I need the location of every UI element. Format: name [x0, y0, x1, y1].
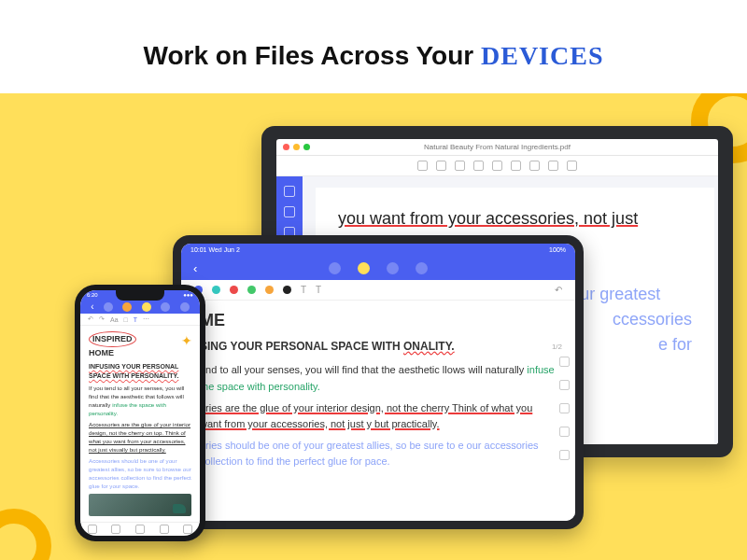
- more-icon[interactable]: ⋯: [143, 315, 149, 323]
- lightbulb-icon: ✦: [181, 331, 192, 350]
- decorative-circle: [0, 509, 51, 560]
- side-tool-icon[interactable]: [559, 380, 570, 390]
- phone-notch: [116, 290, 164, 301]
- status-battery: 100%: [549, 246, 566, 253]
- nav-icon[interactable]: [160, 525, 169, 534]
- headline-main: Work on Files Across Your: [144, 41, 482, 70]
- header-tool-icon[interactable]: [142, 302, 151, 312]
- back-icon[interactable]: ‹: [193, 261, 197, 275]
- phone-app: 6:20 ●●● ‹ ↶ ↷ Aa □ T ⋯ ✦ INSPIRED HOME …: [80, 290, 200, 536]
- phone-bottom-nav: [80, 522, 200, 536]
- status-time: 10:01 Wed Jun 2: [190, 246, 240, 253]
- header-tool-icon[interactable]: [416, 262, 428, 274]
- tablet-side-tools: [559, 357, 570, 460]
- header-tool-icon[interactable]: [358, 262, 370, 274]
- tool-icon[interactable]: [567, 161, 577, 171]
- nav-icon[interactable]: [111, 525, 120, 534]
- tablet-device-frame: 10:01 Wed Jun 2 100% ‹ T T ↶ 1/2: [173, 235, 584, 529]
- nav-icon[interactable]: [135, 525, 145, 534]
- format-icon[interactable]: □: [124, 316, 128, 323]
- color-swatch[interactable]: [212, 286, 220, 294]
- phone-document[interactable]: ✦ INSPIRED HOME INFUSING YOUR PERSONAL S…: [80, 326, 200, 522]
- format-icon[interactable]: Aa: [110, 316, 119, 323]
- header-tool-icon[interactable]: [387, 262, 399, 274]
- tool-icon[interactable]: [492, 161, 502, 171]
- header-tool-icon[interactable]: [329, 262, 341, 274]
- doc-paragraph-underlined: ories are the glue of your interior desi…: [200, 400, 557, 432]
- phone-format-toolbar: ↶ ↷ Aa □ T ⋯: [80, 314, 200, 325]
- doc-heading: HOME: [89, 347, 191, 359]
- tablet-header: ‹: [181, 256, 575, 280]
- tool-icon[interactable]: [417, 161, 428, 171]
- doc-subheading: INFUSING YOUR PERSONAL SPACE WITH PERSON…: [89, 362, 191, 381]
- text-tool-icon[interactable]: T: [301, 285, 306, 295]
- headline-accent: DEVICES: [481, 41, 603, 70]
- color-swatch[interactable]: [265, 286, 274, 294]
- side-tool-icon[interactable]: [559, 450, 570, 460]
- tablet-format-toolbar: T T ↶: [181, 280, 575, 301]
- tool-icon[interactable]: [473, 161, 484, 171]
- side-tool-icon[interactable]: [559, 357, 570, 367]
- document-title: Natural Beauty From Natural Ingredients.…: [276, 143, 718, 156]
- undo-icon[interactable]: ↶: [555, 285, 562, 295]
- page-counter: 1/2: [552, 342, 562, 353]
- tablet-document[interactable]: 1/2 ME SING YOUR PERSONAL SPACE WITH ONA…: [181, 301, 575, 521]
- tool-icon[interactable]: [455, 161, 465, 171]
- tool-icon[interactable]: [436, 161, 446, 171]
- redo-icon[interactable]: ↷: [99, 315, 105, 323]
- doc-subheading: SING YOUR PERSONAL SPACE WITH ONALITY.: [200, 338, 557, 356]
- side-tool-icon[interactable]: [559, 403, 570, 413]
- status-time: 6:20: [87, 292, 98, 298]
- markup-tool-icon[interactable]: [284, 186, 295, 197]
- doc-paragraph: If you tend to all your senses, you will…: [89, 385, 191, 418]
- header-tool-icon[interactable]: [122, 302, 132, 312]
- tablet-app: 10:01 Wed Jun 2 100% ‹ T T ↶ 1/2: [181, 244, 575, 521]
- tool-icon[interactable]: [511, 161, 521, 171]
- sidebar-tool-icon[interactable]: [284, 206, 295, 217]
- status-icons: ●●●: [183, 292, 193, 298]
- color-swatch[interactable]: [283, 286, 291, 294]
- nav-icon[interactable]: [183, 525, 192, 534]
- phone-header: ‹: [80, 300, 200, 314]
- doc-paragraph-highlight: ories should be one of your greatest all…: [200, 438, 557, 469]
- color-swatch[interactable]: [230, 286, 238, 294]
- side-tool-icon[interactable]: [559, 427, 570, 437]
- doc-image: [89, 494, 191, 516]
- header-tool-icon[interactable]: [104, 302, 113, 312]
- doc-paragraph-underlined: Accessories are the glue of your interio…: [89, 421, 191, 455]
- nav-icon[interactable]: [88, 525, 97, 534]
- tool-icon[interactable]: [548, 161, 558, 171]
- undo-icon[interactable]: ↶: [88, 315, 93, 323]
- back-icon[interactable]: ‹: [91, 301, 93, 312]
- color-swatch[interactable]: [247, 286, 256, 294]
- doc-paragraph: end to all your senses, you will find th…: [200, 362, 557, 394]
- tablet-statusbar: 10:01 Wed Jun 2 100%: [181, 244, 575, 256]
- marketing-headline: Work on Files Across Your DEVICES: [0, 41, 747, 71]
- desktop-toolbar: [276, 156, 718, 176]
- doc-heading-circled: INSPIRED: [89, 331, 136, 347]
- header-tool-icon[interactable]: [161, 302, 170, 312]
- doc-paragraph-highlight: Accessories should be one of your greate…: [89, 457, 191, 491]
- header-tool-icon[interactable]: [180, 302, 190, 312]
- tool-icon[interactable]: [529, 161, 540, 171]
- text-tool-icon[interactable]: T: [316, 285, 321, 295]
- text-tool-icon[interactable]: T: [134, 316, 137, 323]
- phone-device-frame: 6:20 ●●● ‹ ↶ ↷ Aa □ T ⋯ ✦ INSPIRED HOME …: [75, 285, 205, 541]
